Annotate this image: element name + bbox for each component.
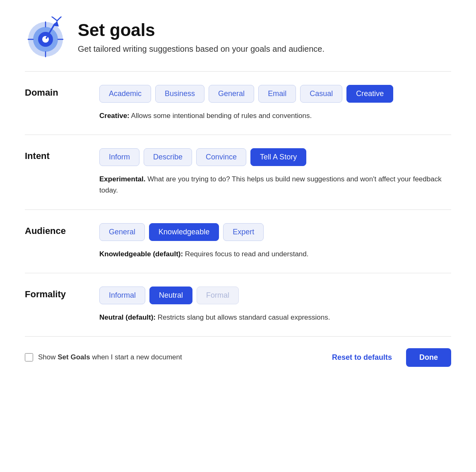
audience-description-bold: Knowledgeable (default): — [99, 250, 183, 258]
domain-btn-creative[interactable]: Creative — [346, 85, 393, 103]
show-set-goals-checkbox[interactable] — [25, 353, 33, 361]
intent-label: Intent — [25, 148, 99, 161]
audience-section: Audience General Knowledgeable Expert Kn… — [25, 210, 451, 273]
formality-description: Neutral (default): Restricts slang but a… — [99, 312, 451, 323]
done-button[interactable]: Done — [406, 348, 451, 367]
svg-point-3 — [42, 36, 49, 43]
audience-btn-expert[interactable]: Expert — [223, 223, 264, 241]
audience-btn-group: General Knowledgeable Expert — [99, 223, 451, 241]
footer: Show Set Goals when I start a new docume… — [25, 336, 451, 371]
svg-marker-5 — [53, 21, 59, 26]
formality-btn-formal[interactable]: Formal — [197, 287, 239, 304]
reset-to-defaults-button[interactable]: Reset to defaults — [325, 349, 399, 366]
audience-description: Knowledgeable (default): Requires focus … — [99, 248, 451, 260]
formality-content: Informal Neutral Formal Neutral (default… — [99, 287, 451, 323]
domain-btn-business[interactable]: Business — [155, 85, 204, 103]
domain-description: Creative: Allows some intentional bendin… — [99, 110, 451, 121]
audience-btn-general[interactable]: General — [99, 223, 145, 241]
show-set-goals-bold: Set Goals — [58, 353, 90, 361]
intent-btn-convince[interactable]: Convince — [196, 148, 246, 166]
header: Set goals Get tailored writing suggestio… — [25, 17, 451, 58]
set-goals-icon — [25, 17, 66, 58]
intent-btn-tell-a-story[interactable]: Tell A Story — [250, 148, 306, 166]
footer-right: Reset to defaults Done — [325, 348, 451, 367]
intent-btn-group: Inform Describe Convince Tell A Story — [99, 148, 451, 166]
formality-btn-group: Informal Neutral Formal — [99, 287, 451, 304]
domain-btn-email[interactable]: Email — [258, 85, 296, 103]
domain-btn-casual[interactable]: Casual — [300, 85, 342, 103]
main-container: Set goals Get tailored writing suggestio… — [0, 0, 476, 388]
audience-description-text: Requires focus to read and understand. — [185, 250, 309, 258]
svg-line-6 — [52, 17, 57, 21]
domain-description-text: Allows some intentional bending of rules… — [131, 112, 312, 120]
domain-btn-academic[interactable]: Academic — [99, 85, 151, 103]
audience-btn-knowledgeable[interactable]: Knowledgeable — [149, 223, 219, 241]
intent-description: Experimental. What are you trying to do?… — [99, 173, 451, 196]
footer-left: Show Set Goals when I start a new docume… — [25, 353, 182, 361]
audience-content: General Knowledgeable Expert Knowledgeab… — [99, 223, 451, 260]
page-title: Set goals — [78, 21, 325, 40]
formality-description-bold: Neutral (default): — [99, 313, 156, 321]
formality-btn-neutral[interactable]: Neutral — [149, 287, 192, 304]
intent-content: Inform Describe Convince Tell A Story Ex… — [99, 148, 451, 196]
audience-label: Audience — [25, 223, 99, 236]
formality-btn-informal[interactable]: Informal — [99, 287, 145, 304]
page-subtitle: Get tailored writing suggestions based o… — [78, 44, 325, 54]
intent-section: Intent Inform Describe Convince Tell A S… — [25, 135, 451, 209]
formality-description-text: Restricts slang but allows standard casu… — [158, 313, 330, 321]
intent-description-bold: Experimental. — [99, 175, 146, 183]
intent-btn-inform[interactable]: Inform — [99, 148, 139, 166]
header-text: Set goals Get tailored writing suggestio… — [78, 21, 325, 53]
domain-description-bold: Creative: — [99, 112, 130, 120]
domain-section: Domain Academic Business General Email C… — [25, 71, 451, 135]
domain-btn-general[interactable]: General — [209, 85, 254, 103]
formality-label: Formality — [25, 287, 99, 300]
svg-line-7 — [57, 17, 61, 21]
intent-description-text: What are you trying to do? This helps us… — [99, 175, 442, 194]
show-set-goals-label: Show Set Goals when I start a new docume… — [38, 353, 182, 361]
formality-section: Formality Informal Neutral Formal Neutra… — [25, 273, 451, 336]
intent-btn-describe[interactable]: Describe — [144, 148, 192, 166]
domain-content: Academic Business General Email Casual C… — [99, 85, 451, 121]
domain-btn-group: Academic Business General Email Casual C… — [99, 85, 451, 103]
domain-label: Domain — [25, 85, 99, 98]
